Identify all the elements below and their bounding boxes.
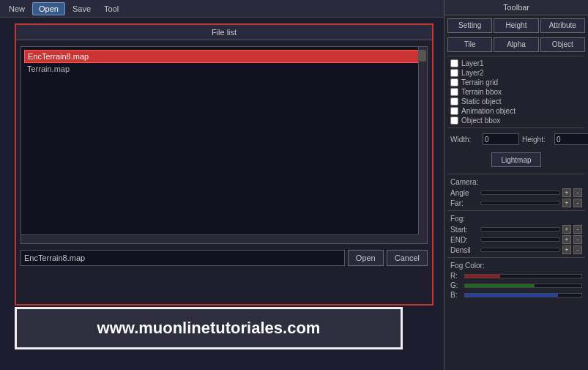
checkbox-terrain-grid: Terrain grid — [444, 78, 588, 87]
file-item-1[interactable]: Terrain.map — [24, 63, 424, 75]
far-row: Far: + - — [444, 198, 588, 208]
alpha-button[interactable]: Alpha — [494, 37, 538, 52]
height-button[interactable]: Height — [494, 18, 538, 33]
b-track[interactable] — [464, 293, 582, 297]
menu-new[interactable]: New — [3, 3, 31, 15]
layer2-checkbox[interactable] — [450, 69, 458, 77]
scrollbar-vertical[interactable] — [418, 47, 427, 243]
densil-label: Densil — [450, 246, 478, 254]
watermark-text: www.muonlinetutoriales.com — [97, 319, 321, 338]
far-label: Far: — [450, 199, 478, 207]
r-label: R: — [450, 272, 462, 280]
b-row: B: — [444, 290, 588, 300]
open-button[interactable]: Open — [348, 250, 384, 266]
densil-row: Densil + - — [444, 245, 588, 255]
layer1-label: Layer1 — [461, 59, 484, 67]
g-fill — [465, 284, 535, 287]
static-object-label: Static object — [461, 97, 501, 106]
far-minus[interactable]: - — [573, 199, 582, 207]
file-list-area[interactable]: EncTerrain8.map Terrain.map — [21, 46, 428, 244]
start-row: Start: + - — [444, 224, 588, 234]
scrollbar-corner — [418, 234, 427, 243]
watermark: www.muonlinetutoriales.com — [15, 307, 403, 349]
divider3 — [447, 174, 585, 174]
width-input[interactable] — [483, 133, 519, 145]
g-row: G: — [444, 281, 588, 290]
attribute-button[interactable]: Attribute — [540, 18, 585, 33]
end-label: END: — [450, 236, 478, 244]
checkbox-terrain-bbox: Terrain bbox — [444, 87, 588, 97]
object-button[interactable]: Object — [540, 37, 585, 52]
start-minus[interactable]: - — [573, 225, 582, 234]
scrollbar-horizontal[interactable] — [21, 234, 418, 243]
terrain-grid-checkbox[interactable] — [450, 78, 458, 86]
layer1-checkbox[interactable] — [450, 59, 458, 67]
object-bbox-label: Object bbox — [461, 116, 500, 125]
toolbar-title: Toolbar — [444, 0, 588, 15]
r-row: R: — [444, 271, 588, 281]
camera-label: Camera: — [444, 177, 588, 188]
b-label: B: — [450, 291, 462, 299]
terrain-bbox-label: Terrain bbox — [461, 88, 502, 96]
angle-plus[interactable]: + — [562, 188, 571, 197]
far-track[interactable] — [480, 201, 560, 205]
angle-label: Angle — [450, 189, 478, 197]
animation-object-checkbox[interactable] — [450, 107, 458, 115]
right-panel: Toolbar Setting Height Attribute Tile Al… — [444, 0, 588, 370]
file-input-row: Open Cancel — [16, 250, 432, 266]
start-plus[interactable]: + — [562, 225, 571, 234]
densil-track[interactable] — [480, 248, 560, 252]
r-track[interactable] — [464, 274, 582, 278]
menu-save[interactable]: Save — [67, 3, 97, 15]
filename-input[interactable] — [21, 250, 345, 266]
cancel-button[interactable]: Cancel — [387, 250, 428, 266]
width-label: Width: — [450, 136, 480, 144]
fog-label: Fog: — [444, 213, 588, 224]
r-fill — [465, 275, 500, 278]
end-plus[interactable]: + — [562, 235, 571, 244]
b-fill — [465, 294, 558, 297]
tile-button[interactable]: Tile — [447, 37, 492, 52]
start-track[interactable] — [480, 227, 560, 232]
menu-open[interactable]: Open — [32, 2, 65, 15]
toolbar-row2: Tile Alpha Object — [444, 34, 588, 53]
start-label: Start: — [450, 226, 478, 234]
object-bbox-checkbox[interactable] — [450, 116, 458, 125]
layer2-label: Layer2 — [461, 69, 484, 77]
fog-color-label: Fog Color: — [444, 260, 588, 271]
animation-object-label: Animation object — [461, 107, 516, 115]
end-minus[interactable]: - — [573, 235, 582, 244]
divider4 — [447, 210, 585, 211]
angle-minus[interactable]: - — [573, 188, 582, 197]
height-input[interactable] — [554, 133, 588, 145]
setting-button[interactable]: Setting — [447, 18, 492, 33]
angle-row: Angle + - — [444, 188, 588, 198]
checkbox-layer1: Layer1 — [444, 59, 588, 68]
toolbar-row1: Setting Height Attribute — [444, 15, 588, 34]
file-list-inner: EncTerrain8.map Terrain.map — [21, 47, 427, 78]
g-track[interactable] — [464, 284, 582, 288]
divider1 — [447, 56, 585, 56]
file-dialog: File list EncTerrain8.map Terrain.map Op… — [15, 23, 433, 306]
checkbox-animation-object: Animation object — [444, 106, 588, 116]
terrain-grid-label: Terrain grid — [461, 78, 498, 86]
far-plus[interactable]: + — [562, 199, 571, 207]
end-row: END: + - — [444, 234, 588, 245]
divider5 — [447, 257, 585, 258]
divider2 — [447, 127, 585, 128]
scrollbar-thumb[interactable] — [419, 50, 426, 62]
lightmap-button[interactable]: Lightmap — [491, 152, 540, 167]
height-label: Height: — [522, 136, 551, 144]
file-item-0[interactable]: EncTerrain8.map — [24, 50, 424, 63]
checkbox-object-bbox: Object bbox — [444, 116, 588, 125]
g-label: G: — [450, 281, 462, 289]
densil-minus[interactable]: - — [573, 245, 582, 254]
terrain-bbox-checkbox[interactable] — [450, 88, 458, 96]
menu-tool[interactable]: Tool — [98, 3, 124, 15]
end-track[interactable] — [480, 237, 560, 242]
angle-track[interactable] — [480, 190, 560, 195]
checkbox-layer2: Layer2 — [444, 68, 588, 78]
static-object-checkbox[interactable] — [450, 97, 458, 106]
densil-plus[interactable]: + — [562, 245, 571, 254]
file-dialog-title: File list — [16, 25, 432, 40]
